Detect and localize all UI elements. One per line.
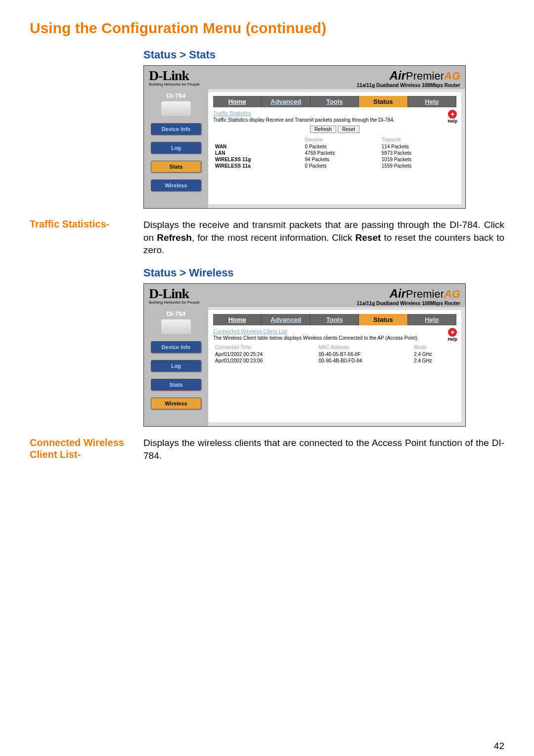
section-title-wireless: Connected Wireless Client List (213, 328, 456, 334)
table-row: LAN4769 Packets5973 Packets (213, 150, 456, 156)
sidebar-log[interactable]: Log (151, 360, 201, 372)
tab-status[interactable]: Status (359, 96, 407, 107)
router-image-icon (161, 319, 191, 334)
wireless-description: The Wireless Client table below displays… (213, 335, 456, 341)
product-logo: AirPremierAG 11a/11g Dualband Wireless 1… (357, 287, 460, 306)
table-row: Apr/01/2002 00:23:0600-90-4B-B0-FD-842.4… (213, 357, 456, 364)
entry-label-stats: Traffic Statistics- (30, 219, 143, 230)
table-row: Apr/01/2002 00:25:2400-40-05-B7-56-8F2.4… (213, 351, 456, 357)
col-mode: Mode (412, 344, 456, 351)
help-badge[interactable]: + Help (447, 328, 457, 342)
wireless-screenshot: D-Link Building Networks for People AirP… (143, 283, 466, 427)
dlink-logo: D-Link Building Networks for People (149, 69, 200, 87)
col-mac: MAC Address (317, 344, 412, 351)
sidebar-log[interactable]: Log (151, 142, 201, 154)
stats-screenshot: D-Link Building Networks for People AirP… (143, 65, 466, 209)
top-tabs: Home Advanced Tools Status Help (213, 96, 456, 107)
col-connected-time: Connected Time (213, 344, 317, 351)
entry-label-wireless: Connected Wireless Client List- (30, 437, 143, 460)
model-label: DI-784 (147, 92, 205, 99)
top-tabs: Home Advanced Tools Status Help (213, 314, 456, 325)
help-badge[interactable]: + Help (447, 110, 457, 124)
breadcrumb-wireless: Status > Wireless (143, 267, 504, 279)
tab-home[interactable]: Home (213, 96, 262, 107)
sidebar-device-info[interactable]: Device Info (151, 341, 201, 353)
stats-table: Receive Transmit WAN0 Packets114 Packets… (213, 136, 456, 169)
table-row: WIRELESS 11a0 Packets1559 Packets (213, 163, 456, 169)
dlink-logo: D-Link Building Networks for People (149, 287, 200, 305)
tab-advanced[interactable]: Advanced (262, 314, 310, 325)
sidebar-wireless[interactable]: Wireless (151, 179, 201, 191)
sidebar-stats[interactable]: Stats (151, 161, 201, 173)
entry-body-wireless: Displays the wireless clients that are c… (143, 437, 504, 462)
tab-help[interactable]: Help (408, 314, 456, 325)
refresh-button[interactable]: Refresh (310, 126, 336, 133)
sidebar-device-info[interactable]: Device Info (151, 123, 201, 135)
col-transmit: Transmit (380, 136, 456, 143)
entry-body-stats: Displays the receive and transmit packet… (143, 219, 504, 257)
section-title-stats: Traffic Statistics (213, 110, 456, 116)
stats-description: Traffic Statistics display Receive and T… (213, 117, 456, 123)
tab-status[interactable]: Status (359, 314, 407, 325)
plus-icon: + (448, 110, 457, 119)
wireless-client-table: Connected Time MAC Address Mode Apr/01/2… (213, 344, 456, 364)
product-logo: AirPremierAG 11a/11g Dualband Wireless 1… (357, 69, 460, 88)
table-row: WIRELESS 11g94 Packets1019 Packets (213, 156, 456, 163)
page-title: Using the Configuration Menu (continued) (30, 20, 504, 37)
reset-button[interactable]: Reset (338, 126, 359, 133)
tab-home[interactable]: Home (213, 314, 262, 325)
router-image-icon (161, 101, 191, 116)
breadcrumb-stats: Status > Stats (143, 48, 504, 61)
table-row: WAN0 Packets114 Packets (213, 143, 456, 150)
tab-tools[interactable]: Tools (311, 314, 359, 325)
sidebar-stats[interactable]: Stats (151, 379, 201, 391)
page-number: 42 (494, 741, 504, 752)
tab-help[interactable]: Help (408, 96, 456, 107)
col-receive: Receive (303, 136, 380, 143)
tab-tools[interactable]: Tools (311, 96, 359, 107)
model-label: DI-784 (147, 310, 205, 317)
tab-advanced[interactable]: Advanced (262, 96, 310, 107)
sidebar-wireless[interactable]: Wireless (151, 398, 201, 409)
plus-icon: + (448, 328, 457, 337)
